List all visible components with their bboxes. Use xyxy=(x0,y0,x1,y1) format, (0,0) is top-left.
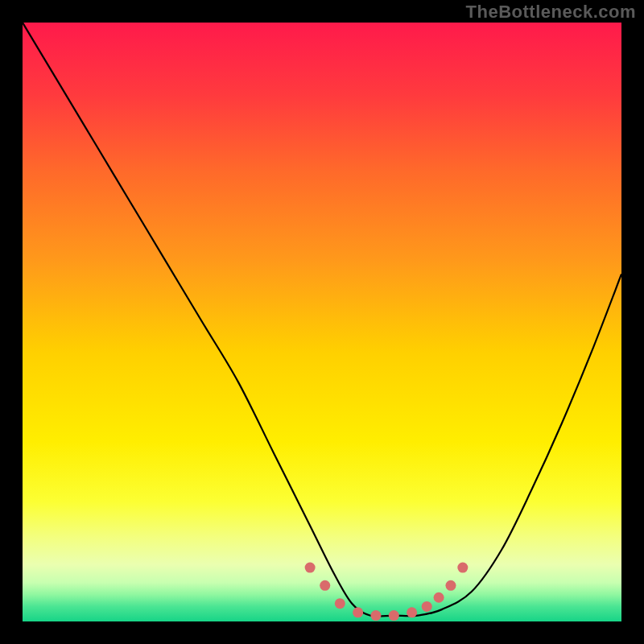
highlight-bead xyxy=(434,592,444,603)
highlight-bead xyxy=(353,607,363,617)
highlight-bead xyxy=(320,580,330,591)
highlight-bead xyxy=(457,563,468,573)
highlight-bead xyxy=(389,610,399,621)
watermark-text: TheBottleneck.com xyxy=(466,2,636,23)
highlight-bead xyxy=(305,563,316,573)
highlight-bead xyxy=(407,607,417,617)
highlight-bead xyxy=(422,601,432,612)
highlight-bead xyxy=(335,598,345,609)
highlight-bead xyxy=(445,580,456,591)
bottleneck-curve xyxy=(23,23,621,621)
chart-container: TheBottleneck.com xyxy=(0,0,644,644)
plot-area xyxy=(23,23,621,621)
highlight-bead xyxy=(370,610,381,621)
